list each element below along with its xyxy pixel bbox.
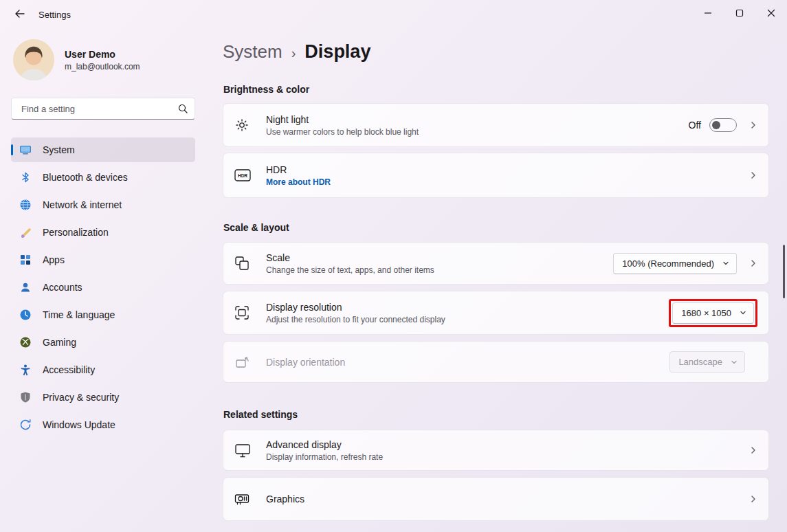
sidebar-item-label: Gaming — [43, 337, 76, 348]
graphics-row[interactable]: Graphics — [223, 477, 769, 521]
night-light-icon — [234, 118, 266, 133]
sidebar-item-apps[interactable]: Apps — [11, 247, 195, 272]
avatar — [12, 38, 55, 81]
search-input[interactable] — [20, 103, 178, 115]
night-light-toggle-label: Off — [689, 120, 701, 131]
display-orientation-icon — [234, 355, 266, 370]
bluetooth-icon — [19, 171, 32, 184]
scale-row[interactable]: Scale Change the size of text, apps, and… — [223, 242, 769, 285]
personalization-icon — [19, 226, 32, 239]
selected-accent-bar — [11, 144, 13, 155]
back-arrow-icon — [14, 8, 25, 22]
hdr-icon: HDR — [234, 169, 266, 181]
maximize-button[interactable] — [724, 0, 755, 27]
sidebar-item-label: Personalization — [43, 227, 109, 238]
display-orientation-row: Display orientation Landscape — [223, 341, 769, 383]
night-light-row[interactable]: Night light Use warmer colors to help bl… — [223, 103, 769, 147]
sidebar-item-label: Accessibility — [43, 364, 95, 375]
apps-icon — [19, 254, 32, 266]
scale-dropdown-value: 100% (Recommended) — [622, 258, 714, 269]
display-orientation-title: Display orientation — [266, 357, 669, 368]
section-brightness-color: Brightness & color — [223, 84, 309, 95]
hdr-more-link[interactable]: More about HDR — [266, 177, 737, 187]
titlebar: Settings — [0, 0, 787, 29]
privacy-security-icon — [19, 391, 32, 403]
toggle-knob — [712, 121, 720, 129]
system-icon — [19, 144, 32, 156]
hdr-title: HDR — [266, 164, 737, 175]
chevron-down-icon — [740, 309, 746, 316]
maximize-icon — [735, 8, 744, 20]
graphics-icon — [234, 493, 266, 506]
scale-dropdown[interactable]: 100% (Recommended) — [613, 253, 737, 274]
display-orientation-value: Landscape — [678, 357, 722, 367]
sidebar-item-bluetooth-devices[interactable]: Bluetooth & devices — [11, 165, 195, 190]
close-button[interactable] — [755, 0, 787, 27]
window-controls — [692, 0, 787, 27]
chevron-right-icon — [749, 495, 757, 503]
chevron-right-icon — [749, 259, 757, 267]
advanced-display-subtitle: Display information, refresh rate — [266, 452, 737, 462]
sidebar-item-accounts[interactable]: Accounts — [11, 275, 195, 300]
advanced-display-title: Advanced display — [266, 439, 737, 450]
sidebar-item-label: Time & language — [43, 309, 115, 320]
minimize-icon — [704, 8, 712, 20]
scale-subtitle: Change the size of text, apps, and other… — [266, 265, 613, 275]
sidebar-item-accessibility[interactable]: Accessibility — [11, 357, 195, 382]
sidebar-item-label: Bluetooth & devices — [43, 172, 128, 183]
chevron-right-icon — [749, 446, 757, 454]
sidebar-item-label: Accounts — [43, 282, 82, 293]
time-language-icon — [19, 309, 32, 321]
section-scale-layout: Scale & layout — [223, 222, 289, 233]
accessibility-icon — [19, 364, 32, 376]
display-resolution-dropdown[interactable]: 1680 × 1050 — [672, 302, 754, 324]
user-email: m_lab@outlook.com — [65, 62, 140, 71]
night-light-title: Night light — [266, 114, 689, 125]
sidebar-item-privacy-security[interactable]: Privacy & security — [11, 385, 195, 410]
close-icon — [767, 8, 775, 20]
window-title: Settings — [38, 10, 71, 20]
main-content: System › Display Brightness & color Nigh… — [223, 29, 769, 532]
hdr-row[interactable]: HDR HDR More about HDR — [223, 153, 769, 198]
back-button[interactable] — [10, 8, 30, 23]
scale-title: Scale — [266, 252, 613, 263]
scrollbar[interactable] — [783, 245, 785, 298]
highlight-annotation: 1680 × 1050 — [669, 299, 757, 327]
user-profile: User Demo m_lab@outlook.com — [12, 38, 195, 81]
gaming-icon — [19, 336, 32, 348]
sidebar-item-network-internet[interactable]: Network & internet — [11, 192, 195, 217]
display-orientation-dropdown[interactable]: Landscape — [669, 351, 745, 373]
display-resolution-title: Display resolution — [266, 302, 669, 313]
search-box[interactable] — [11, 98, 195, 120]
graphics-title: Graphics — [266, 494, 737, 505]
sidebar-nav: System Bluetooth & devices Network & int… — [11, 137, 195, 437]
sidebar-item-gaming[interactable]: Gaming — [11, 330, 195, 355]
sidebar-item-windows-update[interactable]: Windows Update — [11, 412, 195, 437]
sidebar-item-personalization[interactable]: Personalization — [11, 220, 195, 245]
chevron-right-icon — [749, 171, 757, 179]
chevron-down-icon — [722, 260, 729, 267]
search-icon[interactable] — [178, 104, 188, 113]
breadcrumb-separator-icon: › — [291, 45, 296, 61]
breadcrumb-system[interactable]: System — [223, 41, 282, 63]
sidebar-item-label: Apps — [43, 254, 65, 265]
night-light-toggle[interactable] — [709, 118, 737, 132]
advanced-display-row[interactable]: Advanced display Display information, re… — [223, 430, 769, 471]
chevron-down-icon — [731, 359, 738, 366]
sidebar-item-label: Privacy & security — [43, 392, 119, 403]
sidebar-item-time-language[interactable]: Time & language — [11, 302, 195, 327]
display-resolution-subtitle: Adjust the resolution to fit your connec… — [266, 315, 669, 324]
user-name: User Demo — [65, 49, 140, 60]
night-light-subtitle: Use warmer colors to help block blue lig… — [266, 127, 689, 137]
advanced-display-icon — [234, 443, 266, 458]
accounts-icon — [19, 281, 32, 293]
sidebar-item-system[interactable]: System — [11, 137, 195, 162]
sidebar-item-label: System — [43, 144, 75, 155]
minimize-button[interactable] — [692, 0, 724, 27]
sidebar-item-label: Windows Update — [43, 419, 115, 430]
display-resolution-value: 1680 × 1050 — [681, 308, 731, 318]
sidebar: User Demo m_lab@outlook.com System Bluet… — [0, 29, 206, 532]
chevron-right-icon — [749, 121, 757, 129]
scale-icon — [234, 256, 266, 271]
display-resolution-row: Display resolution Adjust the resolution… — [223, 291, 769, 335]
